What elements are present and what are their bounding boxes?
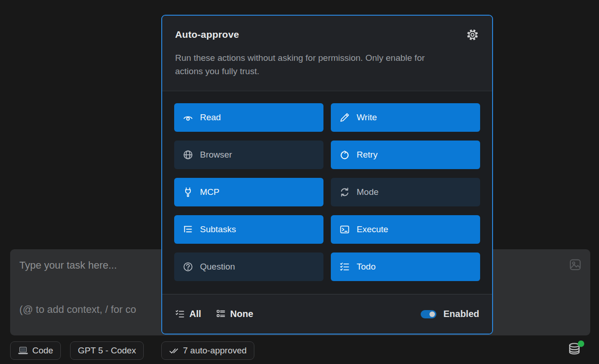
select-all-button[interactable]: All — [175, 309, 201, 319]
terminal-icon — [340, 224, 350, 235]
action-toggle-retry[interactable]: Retry — [331, 141, 480, 169]
auto-approve-modal: Auto-approve Run these actions without a… — [161, 15, 493, 335]
action-toggle-question[interactable]: Question — [174, 252, 323, 281]
select-all-label: All — [189, 309, 201, 319]
image-icon — [569, 258, 581, 271]
action-toggle-browser[interactable]: Browser — [174, 141, 323, 169]
question-icon — [183, 262, 193, 272]
modal-description: Run these actions without asking for per… — [175, 51, 445, 78]
action-toggle-mode[interactable]: Mode — [331, 178, 480, 206]
list-selection-icon — [216, 309, 226, 319]
mode-selector-button[interactable]: Code — [10, 341, 61, 360]
settings-button[interactable] — [466, 28, 479, 41]
check-all-icon — [169, 346, 179, 356]
select-none-button[interactable]: None — [216, 309, 253, 319]
plug-icon — [183, 187, 193, 197]
action-label: MCP — [200, 187, 219, 197]
globe-icon — [183, 150, 193, 160]
modal-footer: All None Enabled — [162, 294, 492, 334]
action-toggle-mcp[interactable]: MCP — [174, 178, 323, 206]
action-toggle-execute[interactable]: Execute — [331, 215, 480, 244]
context-hint-text: (@ to add context, / for co — [19, 304, 136, 316]
auto-approved-chip-label: 7 auto-approved — [183, 346, 247, 356]
mode-chip-label: Code — [32, 346, 53, 356]
action-label: Todo — [357, 262, 376, 272]
toggle-knob — [429, 311, 435, 317]
auto-approve-grid: Read Write Browser Retry — [162, 91, 492, 294]
action-toggle-write[interactable]: Write — [331, 103, 480, 132]
enabled-toggle-label: Enabled — [443, 309, 479, 319]
action-toggle-todo[interactable]: Todo — [331, 252, 480, 281]
select-none-label: None — [230, 309, 253, 319]
list-tree-icon — [183, 224, 193, 235]
model-selector-button[interactable]: GPT 5 - Codex — [70, 341, 144, 360]
eye-icon — [183, 112, 193, 123]
sync-icon — [340, 187, 350, 197]
status-dot — [578, 341, 584, 347]
action-label: Write — [357, 112, 377, 123]
checklist-all-icon — [175, 309, 185, 319]
enabled-toggle[interactable] — [421, 310, 436, 318]
action-label: Mode — [357, 187, 379, 197]
action-label: Browser — [200, 150, 232, 160]
action-toggle-subtasks[interactable]: Subtasks — [174, 215, 323, 244]
action-label: Execute — [357, 224, 388, 235]
action-toggle-read[interactable]: Read — [174, 103, 323, 132]
action-label: Question — [200, 262, 235, 272]
modal-header: Auto-approve Run these actions without a… — [162, 16, 492, 91]
action-label: Read — [200, 112, 221, 123]
pencil-icon — [340, 112, 350, 123]
auto-approved-summary-button[interactable]: 7 auto-approved — [161, 341, 254, 360]
modal-title: Auto-approve — [175, 29, 239, 40]
action-label: Subtasks — [200, 224, 236, 235]
laptop-icon — [18, 346, 28, 356]
attach-image-button[interactable] — [569, 258, 581, 271]
task-input-placeholder: Type your task here... — [19, 259, 117, 271]
model-chip-label: GPT 5 - Codex — [78, 346, 136, 356]
action-label: Retry — [357, 150, 377, 160]
checklist-icon — [340, 262, 350, 272]
gear-icon — [466, 28, 479, 41]
memory-bank-button[interactable] — [567, 342, 585, 360]
refresh-icon — [340, 150, 350, 160]
